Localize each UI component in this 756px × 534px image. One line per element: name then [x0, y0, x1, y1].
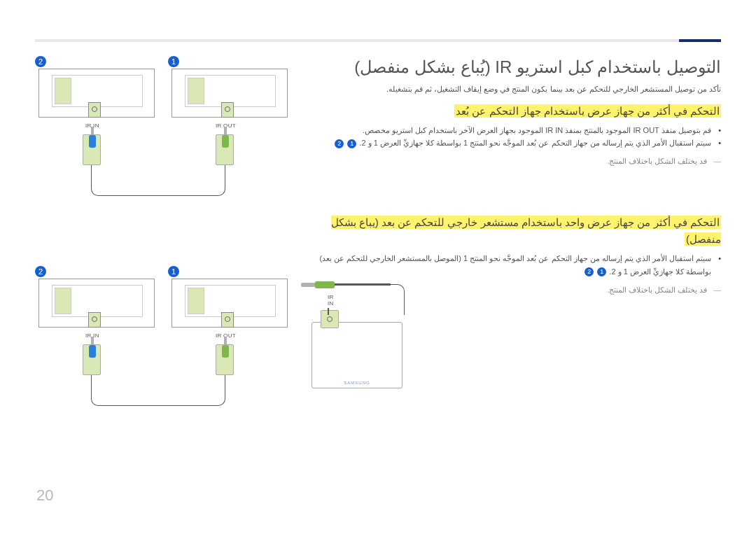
badge-2-icon: 2	[335, 139, 344, 148]
list-item: سيتم استقبال الأمر الذي يتم إرساله من جه…	[315, 136, 721, 150]
diagram-1: 1 2 IR OUT IR IN	[35, 56, 294, 217]
text-column: التوصيل باستخدام كبل استريو IR (يُباع بش…	[315, 56, 721, 462]
receiver-port-icon	[321, 310, 339, 328]
jack-blue-icon	[83, 134, 101, 165]
section1-note: قد يختلف الشكل باختلاف المنتج.	[315, 157, 721, 165]
list-item: سيتم استقبال الأمر الذي يتم إرساله من جه…	[315, 252, 721, 278]
badge-1-icon: 1	[168, 56, 179, 67]
content-row: التوصيل باستخدام كبل استريو IR (يُباع بش…	[35, 56, 721, 462]
monitor-1	[172, 69, 288, 118]
section2-bullets: سيتم استقبال الأمر الذي يتم إرساله من جه…	[315, 252, 721, 278]
jack-horizontal-icon	[301, 280, 340, 290]
badge-1-icon: 1	[347, 139, 356, 148]
ir-in-label: IR IN	[328, 294, 334, 307]
jack-green-icon	[216, 344, 234, 375]
badge-2-icon: 2	[35, 266, 46, 277]
list-item: قم بتوصيل منفذ IR OUT الموجود بالمنتج بم…	[315, 124, 721, 137]
cable-icon	[91, 165, 225, 196]
page-title: التوصيل باستخدام كبل استريو IR (يُباع بش…	[315, 56, 721, 78]
jack-blue-icon	[83, 344, 101, 375]
section2-heading: التحكم في أكثر من جهاز عرض واحد باستخدام…	[331, 216, 721, 246]
manual-page: التوصيل باستخدام كبل استريو IR (يُباع بش…	[0, 0, 756, 534]
header-accent	[679, 39, 721, 42]
badge-1-icon: 1	[597, 267, 606, 276]
section1-heading: التحكم في أكثر من جهاز عرض باستخدام جهاز…	[454, 104, 721, 118]
ir-receiver: SAMSUNG	[312, 322, 402, 388]
page-number: 20	[36, 486, 53, 505]
badge-2-icon: 2	[584, 267, 594, 276]
header-rule	[35, 39, 721, 42]
badge-1-icon: 1	[168, 266, 179, 277]
brand-label: SAMSUNG	[312, 381, 402, 385]
monitor-2	[38, 69, 155, 118]
monitor-2	[38, 279, 155, 328]
intro-text: تأكد من توصيل المستشعر الخارجي للتحكم عن…	[315, 83, 721, 96]
monitor-1	[172, 279, 288, 328]
section1-bullets: قم بتوصيل منفذ IR OUT الموجود بالمنتج بم…	[315, 124, 721, 150]
section-2: التحكم في أكثر من جهاز عرض واحد باستخدام…	[315, 214, 721, 293]
jack-green-icon	[216, 134, 234, 165]
cable-icon	[356, 284, 405, 315]
badge-2-icon: 2	[35, 56, 46, 67]
section-1: التحكم في أكثر من جهاز عرض باستخدام جهاز…	[315, 103, 721, 165]
cable-icon	[91, 375, 225, 406]
diagram-2: 1 2 IR OUT IR IN	[35, 266, 294, 462]
diagram-column: 1 2 IR OUT IR IN	[35, 56, 294, 462]
